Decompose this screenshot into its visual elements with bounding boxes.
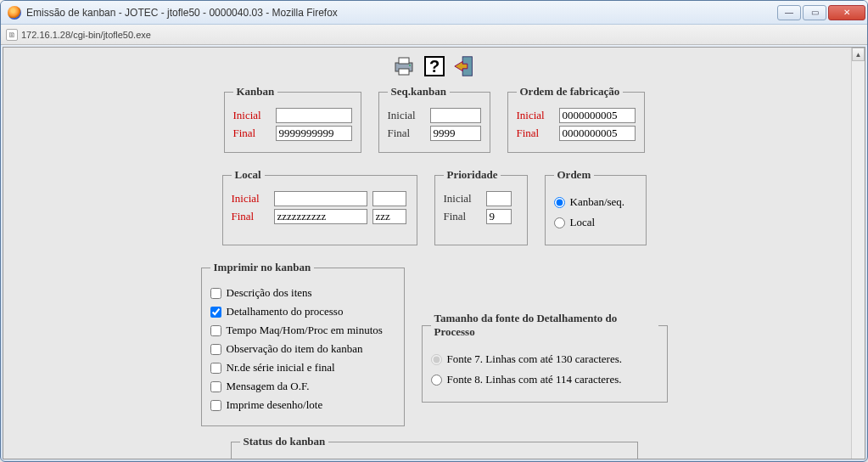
seq-kanban-legend: Seq.kanban: [388, 85, 450, 99]
vertical-scrollbar[interactable]: ▲: [851, 48, 865, 459]
seq-inicial-input[interactable]: [430, 108, 481, 123]
ordem-opt1-label: Kanban/seq.: [570, 195, 625, 209]
seq-final-label: Final: [388, 127, 425, 140]
local-inicial-input1[interactable]: [274, 191, 367, 206]
exit-icon[interactable]: [453, 54, 477, 78]
local-fieldset: Local Inicial Final: [222, 168, 417, 245]
prior-inicial-input[interactable]: [486, 191, 512, 206]
imprimir-legend: Imprimir no kanban: [210, 261, 315, 274]
fonte7-radio[interactable]: [431, 354, 442, 365]
ordem-opt2-label: Local: [570, 216, 596, 229]
svg-rect-2: [399, 69, 409, 75]
check-nr-serie[interactable]: [210, 363, 221, 374]
print-icon[interactable]: [392, 54, 416, 78]
check-label-0: Descrição dos itens: [227, 286, 312, 300]
kanban-fieldset: Kanban Inicial Final: [224, 85, 361, 153]
local-inicial-input2[interactable]: [372, 191, 406, 206]
svg-text:?: ?: [428, 57, 439, 76]
check-label-2: Tempo Maq/Hom/Proc em minutos: [227, 324, 383, 337]
fonte7-label: Fonte 7. Linhas com até 130 caracteres.: [447, 352, 622, 366]
ordem-local-radio[interactable]: [554, 217, 565, 228]
ordem-fab-inicial-label: Inicial: [517, 109, 554, 122]
address-bar: 🗎 172.16.1.28/cgi-bin/jtofle50.exe: [1, 25, 867, 45]
url-text[interactable]: 172.16.1.28/cgi-bin/jtofle50.exe: [21, 30, 151, 40]
check-descricao-itens[interactable]: [210, 288, 221, 299]
ordem-fab-final-label: Final: [517, 127, 554, 140]
local-legend: Local: [232, 168, 265, 182]
local-final-label: Final: [232, 210, 269, 223]
prioridade-fieldset: Prioridade Inicial Final: [434, 168, 528, 245]
prior-inicial-label: Inicial: [444, 192, 481, 206]
status-kanban-fieldset: Status do kanban A emitir A iniciar Inic…: [231, 435, 638, 459]
ordem-fab-inicial-input[interactable]: [559, 108, 636, 123]
svg-rect-1: [399, 58, 409, 64]
kanban-legend: Kanban: [233, 85, 278, 99]
local-final-input2[interactable]: [372, 209, 406, 224]
ordem-fabricacao-fieldset: Ordem de fabricação Inicial Final: [507, 85, 645, 153]
imprimir-kanban-fieldset: Imprimir no kanban Descrição dos itens D…: [201, 261, 405, 426]
check-label-6: Imprime desenho/lote: [227, 398, 323, 412]
local-final-input1[interactable]: [274, 209, 367, 224]
kanban-final-input[interactable]: [276, 126, 352, 141]
firefox-icon: [8, 6, 21, 20]
ordem-legend: Ordem: [554, 168, 595, 182]
help-icon[interactable]: ?: [423, 54, 446, 78]
check-label-5: Mensagem da O.F.: [227, 380, 310, 393]
check-label-3: Observação do item do kanban: [227, 342, 363, 356]
window-title: Emissão de kanban - JOTEC - jtofle50 - 0…: [26, 7, 777, 19]
seq-final-input[interactable]: [430, 126, 481, 141]
ordem-fab-legend: Ordem de fabricação: [517, 85, 624, 99]
tamanho-legend: Tamanho da fonte do Detalhamento do Proc…: [431, 312, 658, 339]
check-imprime-desenho[interactable]: [210, 400, 221, 411]
ordem-fab-final-input[interactable]: [559, 126, 636, 141]
tamanho-fonte-fieldset: Tamanho da fonte do Detalhamento do Proc…: [422, 312, 668, 403]
local-inicial-label: Inicial: [232, 192, 269, 206]
status-legend: Status do kanban: [240, 435, 329, 448]
check-label-4: Nr.de série inicial e final: [227, 361, 335, 375]
maximize-button[interactable]: ▭: [803, 5, 826, 20]
ordem-fieldset: Ordem Kanban/seq. Local: [545, 168, 647, 245]
titlebar: Emissão de kanban - JOTEC - jtofle50 - 0…: [1, 1, 867, 25]
page-icon: 🗎: [6, 29, 18, 41]
check-tempo-maq[interactable]: [210, 325, 221, 336]
prior-final-input[interactable]: [486, 209, 512, 224]
close-button[interactable]: ✕: [828, 5, 865, 20]
check-mensagem-of[interactable]: [210, 381, 221, 392]
ordem-kanban-radio[interactable]: [554, 197, 565, 208]
svg-point-3: [409, 65, 411, 66]
minimize-button[interactable]: —: [777, 5, 801, 20]
kanban-inicial-label: Inicial: [233, 109, 271, 122]
fonte8-label: Fonte 8. Linhas com até 114 caracteres.: [447, 373, 622, 386]
prior-final-label: Final: [444, 210, 481, 223]
kanban-final-label: Final: [233, 127, 271, 140]
seq-kanban-fieldset: Seq.kanban Inicial Final: [378, 85, 490, 153]
fonte8-radio[interactable]: [431, 375, 442, 386]
kanban-inicial-input[interactable]: [276, 108, 352, 123]
scroll-up-icon[interactable]: ▲: [852, 48, 865, 61]
check-observacao-item[interactable]: [210, 344, 221, 355]
check-detalhamento-processo[interactable]: [210, 307, 221, 318]
seq-inicial-label: Inicial: [388, 109, 425, 122]
prioridade-legend: Prioridade: [444, 168, 501, 182]
check-label-1: Detalhamento do processo: [227, 305, 344, 318]
